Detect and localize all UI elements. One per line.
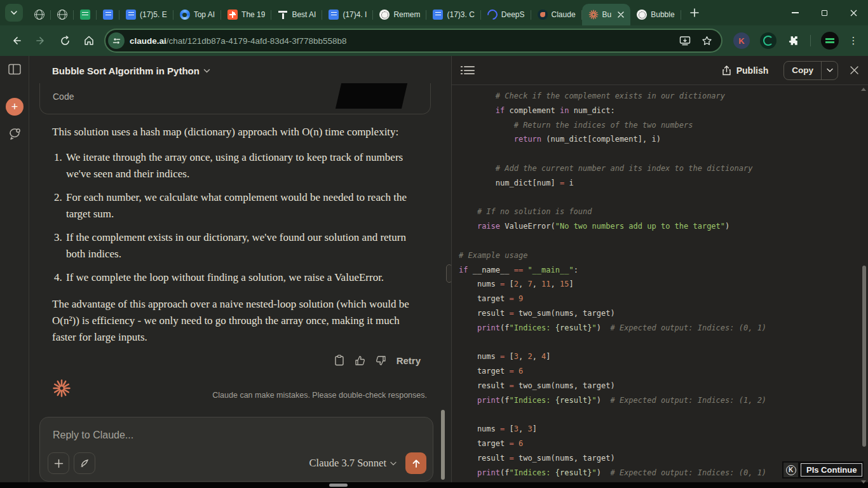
chats-nav-button[interactable] [8, 127, 22, 144]
copy-message-button[interactable] [334, 355, 344, 366]
k-extension-avatar[interactable]: K [733, 32, 750, 49]
browser-tab[interactable] [28, 4, 51, 25]
close-artifact-button[interactable] [850, 65, 859, 75]
thumbs-down-button[interactable] [376, 355, 386, 366]
thumbs-up-button[interactable] [355, 355, 365, 366]
browser-tab-active[interactable]: Bu [582, 4, 631, 25]
code-line: nums = [2, 7, 11, 15] [459, 277, 859, 292]
bestai-icon [278, 10, 288, 20]
back-button[interactable] [6, 30, 27, 51]
forward-button[interactable] [31, 30, 51, 51]
tab-label: (17)3. C [447, 10, 474, 19]
k-badge-letter: K [786, 465, 796, 475]
claude-star-icon [588, 10, 599, 20]
new-tab-button[interactable] [686, 4, 703, 21]
pls-continue-overlay: K Pls Continue [782, 461, 864, 478]
assistant-message: This solution uses a hash map (dictionar… [52, 124, 417, 355]
tab-close-button[interactable] [618, 11, 624, 18]
horizontal-scrollbar-thumb[interactable] [329, 484, 348, 487]
tune-icon [112, 37, 121, 45]
artifact-scrollbar-down-arrow[interactable] [861, 480, 866, 484]
composer[interactable]: Reply to Claude... Claude 3.7 Sonnet [39, 417, 433, 482]
artifact-card[interactable]: Code [39, 83, 431, 114]
thumbs-down-icon [376, 355, 386, 366]
artifact-list-button[interactable] [464, 66, 475, 74]
code-line: if complement in num_dict: [459, 104, 859, 118]
list-item: If the complement exists in our dictiona… [65, 229, 417, 262]
browser-tab[interactable]: Claude [531, 4, 582, 25]
tab-search-button[interactable] [5, 4, 23, 22]
attach-button[interactable] [48, 452, 69, 474]
send-to-device-icon [679, 36, 691, 46]
send-to-device-button[interactable] [677, 36, 693, 46]
docs-icon [126, 10, 136, 20]
copy-label[interactable]: Copy [784, 62, 821, 79]
code-line: raise ValueError("No two numbers add up … [459, 219, 859, 234]
conversation-title-text: Bubble Sort Algorithm in Python [52, 65, 200, 76]
sidebar-toggle-button[interactable] [8, 64, 21, 78]
copy-dropdown-button[interactable] [821, 62, 837, 79]
conversation-title[interactable]: Bubble Sort Algorithm in Python [52, 65, 210, 76]
copy-code-button[interactable]: Copy [783, 61, 838, 80]
artifact-scrollbar-thumb[interactable] [862, 266, 866, 447]
browser-menu-button[interactable]: ⋮ [845, 35, 862, 46]
reload-button[interactable] [55, 30, 75, 51]
home-button[interactable] [79, 30, 99, 51]
deepseek-icon [485, 8, 500, 22]
artifact-scrollbar-up-arrow[interactable] [861, 88, 866, 91]
restore-icon [822, 10, 827, 16]
retry-button[interactable]: Retry [397, 355, 421, 366]
tab-label: Best AI [292, 10, 316, 19]
tabs-container: (17)5. ETop AIThe 19Best AI(17)4. IRemem… [28, 0, 681, 25]
list-item: For each number, we calculate what compl… [65, 189, 417, 222]
code-line: nums = [3, 2, 4] [459, 349, 859, 364]
send-button[interactable] [405, 452, 426, 474]
starburst-icon [52, 379, 71, 398]
style-button[interactable] [74, 452, 95, 474]
restore-button[interactable] [810, 0, 839, 25]
browser-tab[interactable] [51, 4, 74, 25]
browser-tab[interactable]: Top AI [173, 4, 221, 25]
tab-label: Top AI [194, 10, 215, 19]
site-permissions-icon[interactable] [108, 32, 125, 49]
url-domain: claude.ai [130, 36, 166, 46]
publish-button[interactable]: Publish [718, 65, 773, 76]
browser-tab[interactable] [74, 4, 97, 25]
browser-tab[interactable]: DeepS [481, 4, 531, 25]
composer-toolbar: Claude 3.7 Sonnet [48, 452, 426, 474]
plus-icon [54, 459, 64, 468]
claude-app: + Bubble Sort Algorithm in Python Code T… [0, 56, 868, 488]
code-line: # Example usage [459, 248, 859, 263]
browser-tab[interactable]: Best AI [271, 4, 322, 25]
browser-tab[interactable]: Bubble [630, 4, 681, 25]
sheets-icon [80, 10, 90, 20]
composer-placeholder[interactable]: Reply to Claude... [53, 430, 133, 441]
app-sidebar: + [0, 56, 29, 488]
browser-tab[interactable]: (17)4. I [322, 4, 373, 25]
docs-icon [433, 10, 443, 20]
code-line: # Add the current number and its index t… [459, 161, 859, 176]
profile-avatar[interactable] [821, 32, 839, 50]
browser-tab[interactable]: Remem [373, 4, 426, 25]
browser-tab[interactable]: (17)3. C [426, 4, 480, 25]
code-line: target = 6 [459, 364, 859, 379]
chat-scrollbar-thumb[interactable] [441, 410, 445, 480]
model-selector[interactable]: Claude 3.7 Sonnet [309, 457, 397, 470]
extensions-button[interactable] [783, 35, 803, 46]
browser-tab[interactable]: The 19 [221, 4, 271, 25]
chevron-down-icon [10, 9, 18, 17]
grammar-extension-icon[interactable] [760, 32, 776, 49]
message-intro: This solution uses a hash map (dictionar… [52, 124, 417, 140]
url-text[interactable]: claude.ai/chat/121db87a-4179-4afd-83d4-3… [130, 36, 672, 46]
close-window-button[interactable] [839, 0, 868, 25]
artifact-card-thumbnail [336, 83, 408, 109]
url-bar[interactable]: claude.ai/chat/121db87a-4179-4afd-83d4-3… [105, 30, 721, 51]
artifact-header: Publish Copy [452, 56, 868, 85]
share-icon [722, 65, 731, 76]
artifact-panel: Publish Copy # Check if the complement e… [451, 56, 868, 488]
bookmark-button[interactable] [698, 36, 715, 46]
browser-tab[interactable]: (17)5. E [119, 4, 173, 25]
browser-tab[interactable] [97, 4, 119, 25]
new-chat-button[interactable]: + [6, 98, 24, 116]
minimize-button[interactable] [780, 0, 810, 25]
